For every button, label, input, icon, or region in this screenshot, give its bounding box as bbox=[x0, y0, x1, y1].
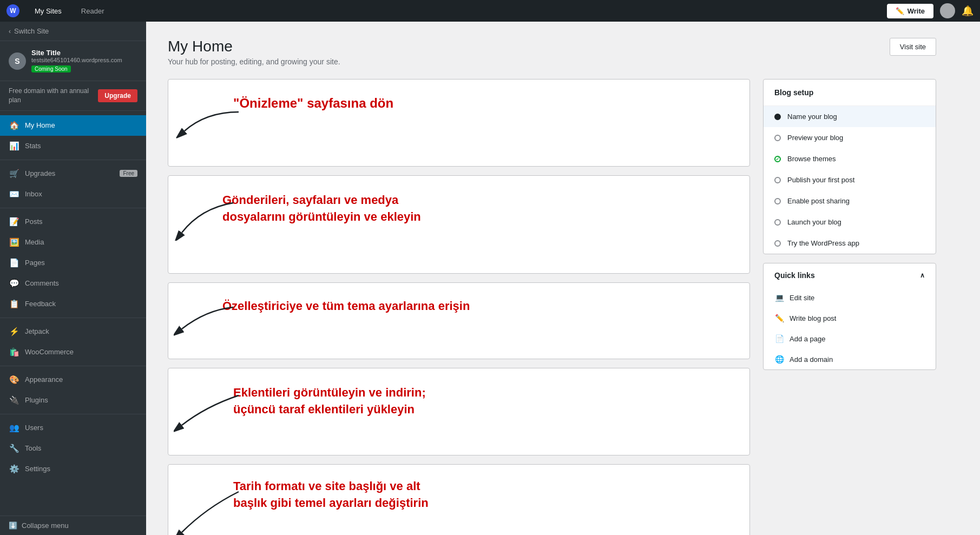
site-details: Site Title testsite645101460.wordpress.c… bbox=[31, 49, 137, 73]
sidebar-item-posts[interactable]: 📝 Posts bbox=[0, 212, 146, 232]
visit-site-button[interactable]: Visit site bbox=[890, 38, 936, 56]
topbar-brand: W bbox=[6, 4, 19, 17]
setup-label-app: Try the WordPress app bbox=[787, 239, 859, 247]
sidebar-item-users[interactable]: 👥 Users bbox=[0, 418, 146, 438]
right-column: Blog setup Name your blog Preview your b… bbox=[763, 79, 936, 535]
sidebar-item-myhome[interactable]: 🏠 My Home bbox=[0, 115, 146, 136]
home-icon: 🏠 bbox=[9, 120, 19, 131]
feedback-icon: 📋 bbox=[9, 299, 19, 309]
sidebar-item-upgrades[interactable]: 🛒 Upgrades Free bbox=[0, 163, 146, 184]
sidebar-item-stats[interactable]: 📊 Stats bbox=[0, 136, 146, 156]
setup-item-name[interactable]: Name your blog bbox=[764, 106, 936, 127]
setup-item-sharing[interactable]: Enable post sharing bbox=[764, 190, 936, 212]
page-title: My Home bbox=[168, 38, 340, 55]
setup-item-themes[interactable]: ✓ Browse themes bbox=[764, 148, 936, 169]
setup-label-preview: Preview your blog bbox=[787, 134, 843, 142]
annotation-preview: "Önizleme" sayfasına dön bbox=[233, 96, 393, 111]
setup-dot-app bbox=[774, 240, 781, 247]
collapse-menu[interactable]: ⬇️ Collapse menu bbox=[0, 516, 146, 535]
page-header-text: My Home Your hub for posting, editing, a… bbox=[168, 38, 340, 66]
left-column: "Önizleme" sayfasına dön Gönderileri, sa… bbox=[168, 79, 750, 535]
card-plugins: Eklentileri görüntüleyin ve indirin;üçün… bbox=[168, 368, 750, 455]
setup-label-name: Name your blog bbox=[787, 113, 837, 121]
arrow-appearance bbox=[174, 299, 239, 337]
sidebar-item-media[interactable]: 🖼️ Media bbox=[0, 232, 146, 253]
card-preview: "Önizleme" sayfasına dön bbox=[168, 79, 750, 167]
quick-links-header: Quick links ∧ bbox=[764, 263, 936, 287]
sidebar-item-settings[interactable]: ⚙️ Settings bbox=[0, 459, 146, 479]
sidebar-label-myhome: My Home bbox=[25, 121, 137, 129]
collapse-label: Collapse menu bbox=[22, 521, 69, 530]
nav-divider-1 bbox=[0, 160, 146, 160]
sidebar-item-appearance[interactable]: 🎨 Appearance bbox=[0, 369, 146, 390]
sidebar-item-pages[interactable]: 📄 Pages bbox=[0, 253, 146, 273]
quick-link-write-post[interactable]: ✏️ Write blog post bbox=[764, 308, 936, 328]
blog-setup-header: Blog setup bbox=[764, 80, 936, 106]
main-content: My Home Your hub for posting, editing, a… bbox=[146, 22, 980, 535]
setup-item-publish[interactable]: Publish your first post bbox=[764, 169, 936, 190]
quick-link-label-write-post: Write blog post bbox=[790, 314, 836, 322]
pages-icon: 📄 bbox=[9, 257, 19, 268]
upgrade-banner: Free domain with an annual plan Upgrade bbox=[0, 81, 146, 111]
sidebar-item-plugins[interactable]: 🔌 Plugins bbox=[0, 390, 146, 411]
pencil-icon: ✏️ bbox=[896, 7, 904, 15]
sidebar-label-feedback: Feedback bbox=[25, 300, 137, 308]
globe-icon: 🌐 bbox=[774, 354, 784, 364]
chevron-left-icon: ‹ bbox=[9, 28, 11, 35]
chevron-up-icon: ∧ bbox=[920, 272, 925, 279]
sidebar-item-tools[interactable]: 🔧 Tools bbox=[0, 438, 146, 459]
arrow-plugins bbox=[174, 390, 244, 433]
upgrades-badge: Free bbox=[120, 170, 137, 177]
avatar[interactable] bbox=[940, 3, 955, 18]
setup-label-launch: Launch your blog bbox=[787, 218, 841, 226]
quick-link-label-add-domain: Add a domain bbox=[790, 355, 833, 364]
edit-icon: ✏️ bbox=[774, 313, 784, 323]
switch-site-label: Switch Site bbox=[14, 27, 49, 35]
setup-item-app[interactable]: Try the WordPress app bbox=[764, 233, 936, 254]
setup-dot-preview bbox=[774, 135, 781, 141]
card-settings-content: Tarih formatı ve site başlığı ve altbaşl… bbox=[168, 465, 749, 535]
inbox-icon: ✉️ bbox=[9, 189, 19, 200]
sidebar-label-stats: Stats bbox=[25, 142, 137, 150]
content-grid: "Önizleme" sayfasına dön Gönderileri, sa… bbox=[168, 79, 936, 535]
collapse-icon: ⬇️ bbox=[9, 521, 17, 530]
stats-icon: 📊 bbox=[9, 141, 19, 151]
topbar-nav-mysites[interactable]: My Sites bbox=[30, 5, 66, 17]
nav-divider-2 bbox=[0, 208, 146, 208]
quick-link-add-domain[interactable]: 🌐 Add a domain bbox=[764, 349, 936, 369]
card-posts-content: Gönderileri, sayfaları ve medyadosyaları… bbox=[168, 176, 749, 273]
switch-site[interactable]: ‹ Switch Site bbox=[0, 22, 146, 41]
sidebar-item-woocommerce[interactable]: 🛍️ WooCommerce bbox=[0, 342, 146, 362]
setup-item-launch[interactable]: Launch your blog bbox=[764, 212, 936, 233]
coming-soon-badge: Coming Soon bbox=[31, 65, 71, 72]
sidebar-label-settings: Settings bbox=[25, 465, 137, 473]
annotation-plugins: Eklentileri görüntüleyin ve indirin;üçün… bbox=[233, 385, 426, 418]
upgrade-button[interactable]: Upgrade bbox=[98, 89, 137, 102]
blog-setup-card: Blog setup Name your blog Preview your b… bbox=[763, 79, 936, 254]
setup-dot-launch bbox=[774, 219, 781, 226]
quick-link-add-page[interactable]: 📄 Add a page bbox=[764, 328, 936, 349]
sidebar-label-posts: Posts bbox=[25, 217, 137, 226]
bell-icon[interactable]: 🔔 bbox=[962, 5, 974, 17]
page-header: My Home Your hub for posting, editing, a… bbox=[168, 38, 936, 66]
sidebar-item-comments[interactable]: 💬 Comments bbox=[0, 273, 146, 294]
arrow-preview bbox=[174, 107, 244, 139]
sidebar-item-jetpack[interactable]: ⚡ Jetpack bbox=[0, 321, 146, 342]
sidebar-label-users: Users bbox=[25, 424, 137, 432]
quick-link-edit-site[interactable]: 💻 Edit site bbox=[764, 287, 936, 308]
sidebar-item-feedback[interactable]: 📋 Feedback bbox=[0, 294, 146, 314]
topbar-nav-reader[interactable]: Reader bbox=[77, 5, 109, 17]
wp-logo: W bbox=[6, 4, 19, 17]
setup-dot-publish bbox=[774, 177, 781, 183]
setup-label-themes: Browse themes bbox=[787, 155, 836, 163]
comments-icon: 💬 bbox=[9, 278, 19, 289]
setup-label-sharing: Enable post sharing bbox=[787, 197, 850, 205]
sidebar-label-upgrades: Upgrades bbox=[25, 169, 114, 177]
write-button[interactable]: ✏️ Write bbox=[887, 4, 933, 18]
sidebar-item-inbox[interactable]: ✉️ Inbox bbox=[0, 184, 146, 204]
plugins-icon: 🔌 bbox=[9, 395, 19, 406]
setup-dot-name bbox=[774, 114, 781, 120]
site-name: Site Title bbox=[31, 49, 137, 57]
setup-item-preview[interactable]: Preview your blog bbox=[764, 127, 936, 148]
nav-menu: 🏠 My Home 📊 Stats 🛒 Upgrades Free ✉️ Inb… bbox=[0, 111, 146, 484]
